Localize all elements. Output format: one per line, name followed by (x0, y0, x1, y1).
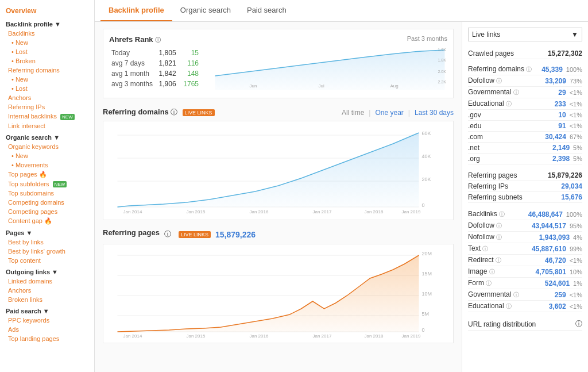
live-links-dropdown[interactable]: Live links ▼ (468, 28, 582, 41)
rd-row-3: Educational ⓘ 233 <1% (468, 98, 582, 110)
ls-label-0: Referring pages (468, 171, 517, 179)
rank-chart-svg: Jun Jul Aug 1.6K 1.8K 2.0K 2.2K (212, 44, 447, 90)
crawled-pages-value: 15,272,302 (548, 49, 582, 57)
sidebar-item-referring-domains[interactable]: Referring domains (0, 66, 94, 75)
sidebar-item-internal-backlinks[interactable]: Internal backlinks NEW (0, 112, 94, 121)
rank-label-7days: avg 7 days (109, 58, 156, 68)
sidebar-item-movements[interactable]: Movements (0, 160, 94, 170)
sidebar-item-top-landing[interactable]: Top landing pages (0, 334, 94, 343)
sidebar-item-anchors[interactable]: Anchors (0, 93, 94, 102)
bl-label-1: Dofollow ⓘ (468, 221, 502, 230)
sidebar-item-best-by-links[interactable]: Best by links (0, 237, 94, 247)
bl-pct-3: 99% (570, 246, 582, 252)
sidebar-item-top-pages[interactable]: Top pages 🔥 (0, 170, 94, 179)
rd-pct-0: 100% (566, 66, 582, 73)
rd-label-0: Referring domains ⓘ (468, 65, 532, 74)
sidebar-item-top-subfolders[interactable]: Top subfolders NEW (0, 179, 94, 189)
sidebar-item-link-intersect[interactable]: Link intersect (0, 121, 94, 131)
ref-pages-live-badge: LIVE LINKS (179, 231, 211, 238)
ls-row-1: Referring IPs 29,034 (468, 181, 582, 192)
ref-domains-chart: 60K 40K 20K 0 Jan 2014 (103, 121, 454, 220)
svg-text:Jan 2019: Jan 2019 (402, 333, 421, 339)
sidebar-item-top-subdomains[interactable]: Top subdomains (0, 189, 94, 198)
sidebar-item-competing-domains[interactable]: Competing domains (0, 198, 94, 207)
bl-label-6: Form ⓘ (468, 279, 492, 287)
sidebar-item-ads[interactable]: Ads (0, 325, 94, 334)
sidebar-item-outgoing-anchors[interactable]: Anchors (0, 286, 94, 295)
sidebar-item-best-by-links-growth[interactable]: Best by links' growth (0, 247, 94, 256)
dropdown-value: Live links (472, 30, 500, 39)
rank-value-1month: 1,842 (156, 68, 181, 79)
backlinks-stats-section: Backlinks ⓘ 46,488,647 100% Dofollow ⓘ 4… (468, 209, 582, 312)
sidebar-section-pages: Pages ▼ (0, 226, 94, 237)
svg-text:Aug: Aug (390, 83, 399, 89)
sidebar-item-broken-backlinks[interactable]: Broken (0, 56, 94, 66)
center-panel: Ahrefs Rank ⓘ Today 1,805 15 avg 7 days … (95, 22, 462, 372)
sidebar-item-ppc-keywords[interactable]: PPC keywords (0, 316, 94, 325)
bl-row-1: Dofollow ⓘ 43,944,517 95% (468, 220, 582, 232)
rd-label-5: .edu (468, 122, 481, 130)
rd-row-4: .gov 10 <1% (468, 110, 582, 121)
rank-row-1month: avg 1 month 1,842 148 (109, 68, 201, 79)
tab-backlink-profile[interactable]: Backlink profile (100, 0, 172, 21)
rd-label-4: .gov (468, 111, 481, 119)
rank-row-3months: avg 3 months 1,906 1765 (109, 79, 201, 89)
rd-row-8: .org 2,398 5% (468, 154, 582, 164)
sidebar-item-competing-pages[interactable]: Competing pages (0, 207, 94, 216)
url-rating-info-icon[interactable]: ⓘ (575, 319, 582, 329)
rank-info-icon[interactable]: ⓘ (155, 37, 161, 43)
bl-value-6: 524,601 (545, 279, 570, 287)
svg-text:Jan 2016: Jan 2016 (250, 209, 269, 214)
url-rating-section: URL rating distribution ⓘ (468, 318, 582, 331)
ref-domains-header: Referring domains ⓘ LIVE LINKS All time … (103, 108, 454, 117)
sidebar-item-lost-backlinks[interactable]: Lost (0, 47, 94, 56)
sidebar-item-top-content[interactable]: Top content (0, 256, 94, 265)
tab-paid-search[interactable]: Paid search (239, 0, 295, 21)
right-panel: Live links ▼ Crawled pages 15,272,302 Re… (462, 22, 588, 372)
rd-value-7: 2,149 (552, 144, 570, 152)
sidebar-item-backlinks[interactable]: Backlinks (0, 29, 94, 38)
filter-last-30-days[interactable]: Last 30 days (415, 109, 454, 117)
bl-label-3: Text ⓘ (468, 244, 488, 253)
sidebar-overview[interactable]: Overview (0, 5, 94, 17)
sidebar-item-new-backlinks[interactable]: New (0, 38, 94, 47)
bl-row-3: Text ⓘ 45,887,610 99% (468, 243, 582, 255)
rd-row-7: .net 2,149 5% (468, 143, 582, 154)
sidebar-item-referring-ips[interactable]: Referring IPs (0, 102, 94, 112)
bl-pct-1: 95% (570, 223, 582, 229)
sidebar-item-lost-referring[interactable]: Lost (0, 84, 94, 93)
ahrefs-rank-section: Ahrefs Rank ⓘ Today 1,805 15 avg 7 days … (103, 29, 454, 98)
svg-text:10M: 10M (422, 291, 432, 297)
rd-label-6: .com (468, 133, 483, 141)
svg-text:Jan 2014: Jan 2014 (123, 209, 142, 214)
rank-row-7days: avg 7 days 1,821 116 (109, 58, 201, 68)
content-area: Ahrefs Rank ⓘ Today 1,805 15 avg 7 days … (95, 22, 588, 372)
sidebar-item-new-organic[interactable]: New (0, 151, 94, 160)
rank-stats: Ahrefs Rank ⓘ Today 1,805 15 avg 7 days … (109, 35, 201, 92)
sidebar-item-organic-keywords[interactable]: Organic keywords (0, 142, 94, 151)
rd-value-5: 91 (558, 122, 566, 130)
sidebar-item-linked-domains[interactable]: Linked domains (0, 277, 94, 286)
rd-value-4: 10 (558, 111, 566, 119)
svg-text:Jan 2015: Jan 2015 (187, 209, 206, 214)
bl-pct-6: 1% (573, 280, 582, 287)
ref-domains-info-icon[interactable]: ⓘ (171, 108, 177, 116)
filter-all-time[interactable]: All time (342, 109, 364, 117)
bl-value-5: 4,705,801 (536, 268, 566, 276)
rd-row-5: .edu 91 <1% (468, 121, 582, 132)
ref-pages-info-icon[interactable]: ⓘ (164, 229, 171, 239)
svg-text:2.0K: 2.0K (438, 70, 447, 74)
sidebar-item-content-gap[interactable]: Content gap 🔥 (0, 216, 94, 226)
svg-text:20K: 20K (422, 177, 431, 182)
bl-pct-8: <1% (570, 303, 582, 310)
svg-text:0: 0 (422, 202, 425, 208)
rd-value-6: 30,424 (545, 133, 566, 141)
rd-pct-3: <1% (570, 101, 582, 108)
sidebar-item-broken-links[interactable]: Broken links (0, 295, 94, 304)
tab-organic-search[interactable]: Organic search (172, 0, 239, 21)
sidebar-item-new-referring[interactable]: New (0, 75, 94, 84)
svg-text:40K: 40K (422, 154, 431, 159)
filter-one-year[interactable]: One year (375, 109, 403, 117)
rank-stats-table: Today 1,805 15 avg 7 days 1,821 116 avg … (109, 48, 201, 89)
bl-label-2: Nofollow ⓘ (468, 233, 502, 241)
